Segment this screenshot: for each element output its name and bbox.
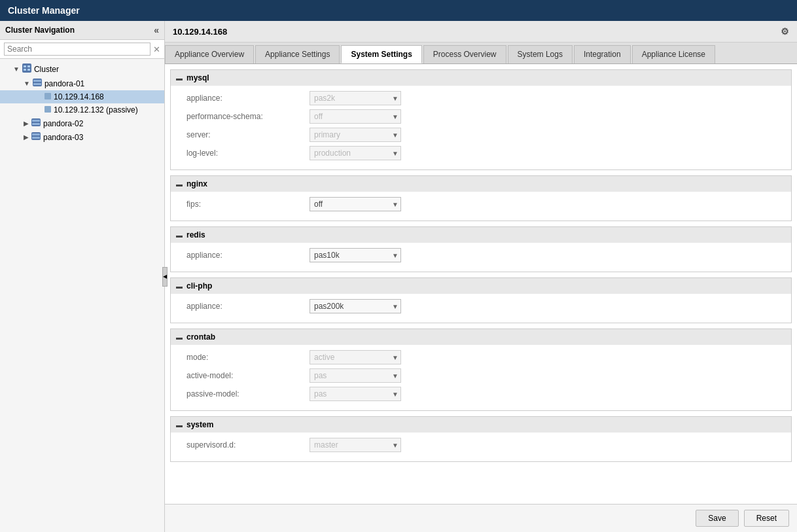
field-select-cliphp-appliance[interactable]: pas2kpas10kpas200k xyxy=(310,299,401,313)
tab-integration[interactable]: Integration xyxy=(574,45,631,63)
svg-rect-0 xyxy=(22,63,31,73)
section-header-redis[interactable]: ▬redis xyxy=(171,227,791,243)
tree-item-label: pandora-01 xyxy=(44,79,84,88)
sidebar-header: Cluster Navigation « xyxy=(0,21,164,40)
section-title: mysql xyxy=(186,73,209,82)
titlebar: Cluster Manager xyxy=(0,0,797,21)
svg-rect-13 xyxy=(31,132,41,140)
main-title: 10.129.14.168 xyxy=(173,27,227,37)
server-icon xyxy=(31,118,41,128)
svg-rect-9 xyxy=(44,106,51,113)
field-select-crontab-passive-model: paspas2k xyxy=(310,387,401,401)
section-collapse-icon: ▬ xyxy=(176,334,183,341)
tree-arrow-icon: ▶ xyxy=(24,133,29,141)
svg-rect-10 xyxy=(31,118,41,126)
tab-appliance-overview[interactable]: Appliance Overview xyxy=(165,45,254,63)
field-select-wrap-system-supervisord: masterslave▼ xyxy=(310,438,401,452)
sidebar: Cluster Navigation « ✕ ▼Cluster▼pandora-… xyxy=(0,21,165,532)
sidebar-toggle[interactable]: ◀ xyxy=(162,267,168,287)
section-redis: ▬redisappliance:pas2kpas10kpas200k▼ xyxy=(170,226,792,272)
section-title: cli-php xyxy=(186,281,212,291)
nav-tree: ▼Cluster▼pandora-0110.129.14.16810.129.1… xyxy=(0,59,164,532)
cluster-icon xyxy=(22,63,31,75)
app-title: Cluster Manager xyxy=(8,5,80,16)
field-label-cliphp-appliance: appliance: xyxy=(179,302,310,311)
svg-rect-14 xyxy=(32,133,40,135)
section-header-system[interactable]: ▬system xyxy=(171,417,791,433)
search-clear-icon[interactable]: ✕ xyxy=(153,44,160,54)
svg-rect-15 xyxy=(32,137,40,139)
section-system: ▬systemsupervisord.d:masterslave▼ xyxy=(170,416,792,462)
nav-tree-item-pandora-01[interactable]: ▼pandora-01 xyxy=(0,77,164,90)
field-row-crontab-passive-model: passive-model:paspas2k▼ xyxy=(179,387,783,401)
sidebar-collapse-icon[interactable]: « xyxy=(154,25,159,35)
section-body-cli-php: appliance:pas2kpas10kpas200k▼ xyxy=(171,294,791,323)
field-select-wrap-nginx-fips: offon▼ xyxy=(310,197,401,211)
tree-item-label: Cluster xyxy=(34,65,59,74)
tree-arrow-icon: ▶ xyxy=(24,120,29,127)
field-row-redis-appliance: appliance:pas2kpas10kpas200k▼ xyxy=(179,248,783,262)
nav-tree-item-ip1[interactable]: 10.129.14.168 xyxy=(0,90,164,103)
field-select-crontab-active-model: paspas2k xyxy=(310,368,401,383)
nav-tree-item-cluster[interactable]: ▼Cluster xyxy=(0,62,164,77)
tab-bar: Appliance OverviewAppliance SettingsSyst… xyxy=(165,43,797,64)
section-title: nginx xyxy=(186,179,207,188)
section-mysql: ▬mysqlappliance:pas2kpas10kpas200k▼perfo… xyxy=(170,69,792,170)
sidebar-title: Cluster Navigation xyxy=(5,26,75,35)
section-header-mysql[interactable]: ▬mysql xyxy=(171,70,791,86)
field-select-wrap-mysql-server: primarysecondary▼ xyxy=(310,128,401,142)
field-select-wrap-redis-appliance: pas2kpas10kpas200k▼ xyxy=(310,248,401,262)
field-label-crontab-active-model: active-model: xyxy=(179,371,310,380)
main-header: 10.129.14.168 ⚙ xyxy=(165,21,797,43)
section-body-redis: appliance:pas2kpas10kpas200k▼ xyxy=(171,243,791,272)
search-bar: ✕ xyxy=(0,40,164,59)
tab-system-logs[interactable]: System Logs xyxy=(508,45,573,63)
tab-system-settings[interactable]: System Settings xyxy=(341,45,421,63)
nav-tree-item-pandora-03[interactable]: ▶pandora-03 xyxy=(0,130,164,144)
tab-process-overview[interactable]: Process Overview xyxy=(423,45,506,63)
footer: Save Reset xyxy=(165,504,797,532)
tree-item-label: pandora-03 xyxy=(43,133,83,142)
svg-rect-2 xyxy=(27,65,30,67)
field-label-mysql-server: server: xyxy=(179,130,310,139)
field-select-wrap-crontab-mode: activeinactive▼ xyxy=(310,350,401,364)
section-nginx: ▬nginxfips:offon▼ xyxy=(170,175,792,221)
section-cli-php: ▬cli-phpappliance:pas2kpas10kpas200k▼ xyxy=(170,277,792,323)
svg-rect-8 xyxy=(44,93,51,99)
field-row-crontab-active-model: active-model:paspas2k▼ xyxy=(179,368,783,383)
field-select-mysql-performance-schema: offon xyxy=(310,109,401,124)
search-input[interactable] xyxy=(4,43,151,56)
svg-rect-11 xyxy=(32,120,40,122)
field-row-nginx-fips: fips:offon▼ xyxy=(179,197,783,211)
section-header-cli-php[interactable]: ▬cli-php xyxy=(171,278,791,294)
field-select-crontab-mode: activeinactive xyxy=(310,350,401,364)
field-row-mysql-performance-schema: performance-schema:offon▼ xyxy=(179,109,783,124)
save-button[interactable]: Save xyxy=(696,510,738,527)
section-body-nginx: fips:offon▼ xyxy=(171,192,791,221)
tab-appliance-license[interactable]: Appliance License xyxy=(632,45,715,63)
section-collapse-icon: ▬ xyxy=(176,421,183,429)
svg-rect-5 xyxy=(33,79,42,86)
field-label-mysql-log-level: log-level: xyxy=(179,149,310,158)
nav-tree-item-ip2[interactable]: 10.129.12.132 (passive) xyxy=(0,103,164,116)
field-label-system-supervisord: supervisord.d: xyxy=(179,440,310,450)
tree-item-label: pandora-02 xyxy=(43,119,83,128)
field-row-cliphp-appliance: appliance:pas2kpas10kpas200k▼ xyxy=(179,299,783,313)
field-label-mysql-appliance: appliance: xyxy=(179,94,310,103)
section-collapse-icon: ▬ xyxy=(176,181,183,188)
server-icon xyxy=(33,79,42,88)
content-area: ▬mysqlappliance:pas2kpas10kpas200k▼perfo… xyxy=(165,64,797,504)
section-header-crontab[interactable]: ▬crontab xyxy=(171,329,791,345)
svg-rect-7 xyxy=(33,83,41,85)
gear-button[interactable]: ⚙ xyxy=(781,26,789,37)
tab-appliance-settings[interactable]: Appliance Settings xyxy=(255,45,340,63)
field-label-mysql-performance-schema: performance-schema: xyxy=(179,112,310,121)
field-select-wrap-mysql-performance-schema: offon▼ xyxy=(310,109,401,124)
svg-rect-3 xyxy=(24,69,26,71)
field-select-redis-appliance[interactable]: pas2kpas10kpas200k xyxy=(310,248,401,262)
reset-button[interactable]: Reset xyxy=(744,510,789,527)
section-header-nginx[interactable]: ▬nginx xyxy=(171,176,791,192)
field-row-mysql-log-level: log-level:productiondebug▼ xyxy=(179,146,783,160)
field-select-nginx-fips[interactable]: offon xyxy=(310,197,401,211)
nav-tree-item-pandora-02[interactable]: ▶pandora-02 xyxy=(0,116,164,130)
